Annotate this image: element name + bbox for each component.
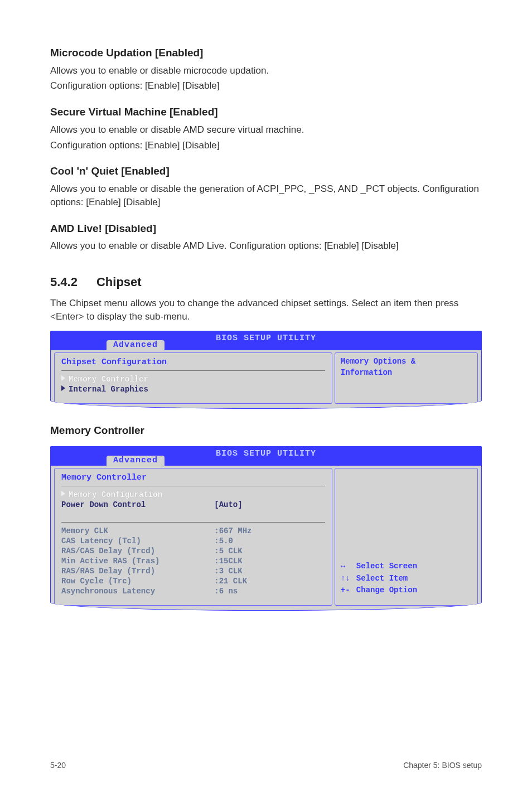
bios-left-pane: Chipset Configuration Memory Controller … [54, 352, 332, 404]
heading-cnq: Cool 'n' Quiet [Enabled] [50, 164, 482, 179]
bios-detail-row: RAS/CAS Delay (Trcd):5 CLK [61, 546, 325, 556]
bios-detail-label: RAS/RAS Delay (Trrd) [61, 566, 214, 576]
heading-chipset-number: 5.4.2 [50, 274, 78, 291]
separator [61, 522, 325, 523]
triangle-icon [61, 491, 65, 496]
bios-detail-row: Asynchronous Latency:6 ns [61, 586, 325, 596]
heading-chipset-title: Chipset [96, 275, 142, 289]
bios-detail-value: :6 ns [214, 586, 325, 596]
legend-row: +-Change Option [341, 585, 472, 596]
bios-detail-row: RAS/RAS Delay (Trrd):3 CLK [61, 566, 325, 576]
legend-text: Change Option [356, 585, 417, 596]
heading-chipset: 5.4.2Chipset [50, 274, 482, 291]
bios-tab-advanced[interactable]: Advanced [107, 456, 165, 466]
bios-item-label: Memory Configuration [69, 490, 162, 499]
triangle-icon [61, 375, 65, 381]
legend-symbol-icon: ↑↓ [341, 573, 356, 584]
bios-detail-value: :667 MHz [214, 526, 325, 536]
heading-microcode: Microcode Updation [Enabled] [50, 46, 482, 61]
bios-left-pane: Memory Controller Memory Configuration P… [54, 468, 332, 606]
bios-detail-label: Min Active RAS (Tras) [61, 556, 214, 566]
bios-right-pane: ↔Select Screen↑↓Select Item+-Change Opti… [335, 468, 478, 606]
bios-detail-label: Row Cycle (Trc) [61, 576, 214, 586]
footer-page-number: 5-20 [50, 760, 66, 771]
page-footer: 5-20 Chapter 5: BIOS setup [50, 756, 482, 771]
bios-item-label: Internal Graphics [69, 385, 148, 394]
text-chipset-intro: The Chipset menu allows you to change th… [50, 297, 482, 323]
bios-detail-value: :5 CLK [214, 546, 325, 556]
legend-text: Select Item [356, 573, 408, 584]
text-cnq-1: Allows you to enable or disable the gene… [50, 182, 482, 209]
separator [61, 370, 325, 371]
text-microcode-1: Allows you to enable or disable microcod… [50, 64, 482, 78]
bios-item-power-down[interactable]: Power Down Control [Auto] [61, 500, 325, 510]
bios-header-title: BIOS SETUP UTILITY [216, 334, 316, 343]
bios-detail-value: :21 CLK [214, 576, 325, 586]
bios-header-title: BIOS SETUP UTILITY [216, 449, 316, 458]
bios-box-memory: BIOS SETUP UTILITY Advanced Memory Contr… [50, 446, 482, 611]
bios-detail-value: :3 CLK [214, 566, 325, 576]
bios-detail-row: Row Cycle (Trc):21 CLK [61, 576, 325, 586]
heading-memory-controller: Memory Controller [50, 423, 482, 438]
separator [61, 486, 325, 486]
text-svm-2: Configuration options: [Enable] [Disable… [50, 139, 482, 152]
legend-row: ↑↓Select Item [341, 573, 472, 584]
bios-detail-value: :5.0 [214, 536, 325, 546]
bios-item-value: [Auto] [214, 500, 325, 510]
bios-section-title: Memory Controller [61, 472, 325, 484]
bios-right-pane: Memory Options & Information [335, 352, 478, 404]
legend-row: ↔Select Screen [341, 561, 472, 572]
bios-detail-label: Memory CLK [61, 526, 214, 536]
bios-help-text: Memory Options & Information [341, 356, 472, 378]
bios-item-internal-graphics[interactable]: Internal Graphics [61, 384, 325, 394]
bios-detail-row: Min Active RAS (Tras):15CLK [61, 556, 325, 566]
footer-chapter: Chapter 5: BIOS setup [403, 760, 482, 771]
bios-detail-value: :15CLK [214, 556, 325, 566]
bios-body: Chipset Configuration Memory Controller … [51, 350, 481, 408]
bios-item-memory-controller[interactable]: Memory Controller [61, 374, 325, 384]
bios-detail-label: Asynchronous Latency [61, 586, 214, 596]
bios-section-title: Chipset Configuration [61, 356, 325, 368]
heading-svm: Secure Virtual Machine [Enabled] [50, 105, 482, 120]
text-amdlive-1: Allows you to enable or disable AMD Live… [50, 239, 482, 253]
legend-text: Select Screen [356, 561, 417, 572]
text-microcode-2: Configuration options: [Enable] [Disable… [50, 79, 482, 93]
bios-detail-label: CAS Latency (Tcl) [61, 536, 214, 546]
bios-body: Memory Controller Memory Configuration P… [51, 466, 481, 610]
heading-amdlive: AMD Live! [Disabled] [50, 221, 482, 236]
bios-item-label: Memory Controller [69, 375, 148, 384]
bios-header: BIOS SETUP UTILITY Advanced [51, 447, 481, 466]
legend-symbol-icon: ↔ [341, 561, 356, 572]
bios-detail-row: CAS Latency (Tcl):5.0 [61, 536, 325, 546]
bios-box-chipset: BIOS SETUP UTILITY Advanced Chipset Conf… [50, 331, 482, 409]
bios-detail-row: Memory CLK:667 MHz [61, 526, 325, 536]
bios-header: BIOS SETUP UTILITY Advanced [51, 331, 481, 350]
text-svm-1: Allows you to enable or disable AMD secu… [50, 123, 482, 137]
bios-item-label: Power Down Control [61, 500, 214, 510]
bios-detail-label: RAS/CAS Delay (Trcd) [61, 546, 214, 556]
triangle-icon [61, 385, 65, 391]
bios-item-memory-configuration[interactable]: Memory Configuration [61, 490, 325, 500]
bios-tab-advanced[interactable]: Advanced [107, 340, 165, 350]
legend-symbol-icon: +- [341, 585, 356, 596]
